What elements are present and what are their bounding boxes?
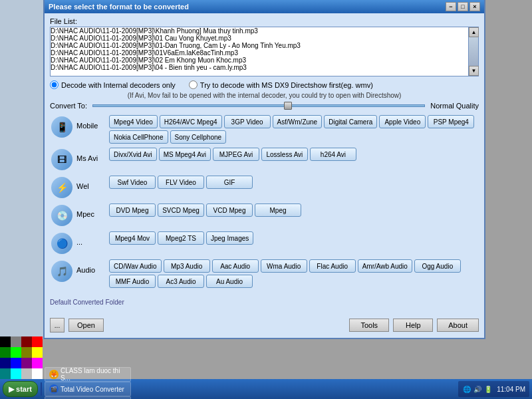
category-row-mpeg: 💿MpecDVD MpegSVCD MpegVCD MpegMpeg <box>50 203 479 227</box>
format-button-cd-wav-audio[interactable]: CD/Wav Audio <box>109 259 162 273</box>
color-row <box>0 336 43 347</box>
format-button-mpeg[interactable]: Mpeg <box>255 203 301 217</box>
scroll-up-arrow[interactable]: ▲ <box>469 27 479 37</box>
color-square[interactable] <box>32 358 43 368</box>
format-button-au-audio[interactable]: Au Audio <box>206 275 253 288</box>
format-button-mpeg4-mov[interactable]: Mpeg4 Mov <box>109 231 156 245</box>
format-button-asf-wm-zune[interactable]: Asf/Wm/Zune <box>273 115 323 128</box>
format-button-h264-avi[interactable]: h264 Avi <box>310 148 356 161</box>
file-list-item[interactable]: D:\NHAC AUDIO\11-01-2009[MP3]\02 Em Khon… <box>51 57 468 64</box>
color-square[interactable] <box>0 358 11 368</box>
format-button-sony-cellphone[interactable]: Sony Cellphone <box>170 130 227 144</box>
help-button[interactable]: Help <box>393 319 433 332</box>
format-button-jpeg-images[interactable]: Jpeg Images <box>206 231 253 245</box>
format-button-apple-video[interactable]: Apple Video <box>379 115 426 128</box>
format-button-mmf-audio[interactable]: MMF Audio <box>109 275 156 288</box>
file-list-scrollbar[interactable]: ▲ ▼ <box>468 27 478 76</box>
internal-decoder-label: Decode with Internal decoders only <box>61 81 176 89</box>
color-square[interactable] <box>11 368 21 379</box>
category-row-other: 🔵...Mpeg4 MovMpeg2 TSJpeg Images <box>50 231 479 255</box>
color-square[interactable] <box>32 347 43 358</box>
color-square[interactable] <box>32 368 43 379</box>
scroll-thumb[interactable] <box>469 37 478 66</box>
directshow-radio[interactable] <box>189 80 198 89</box>
color-square[interactable] <box>21 336 32 347</box>
title-bar: Please select the format to be converted… <box>45 0 484 13</box>
close-button[interactable]: × <box>469 2 480 11</box>
color-square[interactable] <box>21 358 32 368</box>
file-list-item[interactable]: D:\NHAC AUDIO\11-01-2009[MP3]\04 - Bien … <box>51 64 468 71</box>
quality-slider-thumb[interactable] <box>284 102 292 110</box>
about-button[interactable]: About <box>437 319 479 332</box>
hint-text: (If Avi, Mov fail to be opened with the … <box>50 92 479 99</box>
start-button[interactable]: ▶ start <box>3 381 38 397</box>
quality-slider-track[interactable] <box>92 104 425 107</box>
categories-container: 📱MobileMpeg4 VideoH264/AVC Mpeg43GP Vide… <box>50 115 479 288</box>
format-button-ms-mpeg4-avi[interactable]: MS Mpeg4 Avi <box>159 148 211 161</box>
format-button-mjpeg-avi[interactable]: MJPEG Avi <box>213 148 259 161</box>
color-square[interactable] <box>11 347 21 358</box>
category-name-ms-avi: Ms Avi <box>76 148 106 162</box>
maximize-button[interactable]: □ <box>458 2 468 11</box>
format-button-mpeg4-video[interactable]: Mpeg4 Video <box>109 115 158 128</box>
left-panel <box>0 0 43 339</box>
format-button-vcd-mpeg[interactable]: VCD Mpeg <box>206 203 253 217</box>
scroll-down-arrow[interactable]: ▼ <box>469 66 479 76</box>
color-square[interactable] <box>32 336 43 347</box>
color-square[interactable] <box>21 347 32 358</box>
format-button-amr-awb-audio[interactable]: Amr/Awb Audio <box>358 259 412 273</box>
internal-decoder-radio[interactable] <box>50 80 59 89</box>
format-button-ogg-audio[interactable]: Ogg Audio <box>414 259 461 273</box>
quality-row: Convert To: Normal Quality <box>50 102 479 110</box>
internal-decoder-option[interactable]: Decode with Internal decoders only <box>50 80 176 89</box>
format-button-svcd-mpeg[interactable]: SVCD Mpeg <box>158 203 204 217</box>
tools-button[interactable]: Tools <box>349 319 389 332</box>
color-square[interactable] <box>0 368 11 379</box>
buttons-grid-audio: CD/Wav AudioMp3 AudioAac AudioWma AudioF… <box>109 259 479 288</box>
color-square[interactable] <box>0 336 11 347</box>
default-folder-label: Default Converted Folder <box>50 299 479 306</box>
open-button[interactable]: Open <box>68 319 104 332</box>
format-button-ac3-audio[interactable]: Ac3 Audio <box>158 275 204 288</box>
taskbar-item-tvc[interactable]: 🎬Total Video Converter <box>45 382 131 396</box>
taskbar-item-paint[interactable]: Puntitled - Paint <box>45 396 131 399</box>
file-list-scroll[interactable]: D:\NHAC AUDIO\11-01-2009[MP3]\Khanh Phuo… <box>51 27 468 76</box>
format-button-wma-audio[interactable]: Wma Audio <box>261 259 307 273</box>
color-square[interactable] <box>11 358 21 368</box>
taskbar-item-icon-tvc: 🎬 <box>49 384 59 394</box>
browse-button[interactable]: ... <box>50 318 65 332</box>
footer-section: Default Converted Folder <box>50 299 479 308</box>
format-button-3gp-video[interactable]: 3GP Video <box>224 115 271 128</box>
decode-options-section: Decode with Internal decoders only Try t… <box>50 80 479 89</box>
file-list-item[interactable]: D:\NHAC AUDIO\11-01-2009[MP3]\01-Dan Tru… <box>51 42 468 49</box>
category-name-audio: Audio <box>76 259 106 274</box>
category-name-other: ... <box>76 231 106 246</box>
format-button-h264-avc-mpeg4[interactable]: H264/AVC Mpeg4 <box>160 115 222 128</box>
bottom-bar: ... Open Tools Help About <box>50 318 479 332</box>
color-row <box>0 358 43 368</box>
format-button-gif[interactable]: GIF <box>206 176 253 189</box>
format-button-flv-video[interactable]: FLV Video <box>158 176 204 189</box>
format-button-aac-audio[interactable]: Aac Audio <box>212 259 259 273</box>
format-button-digital-camera[interactable]: Digital Camera <box>324 115 377 128</box>
color-square[interactable] <box>21 368 32 379</box>
file-list-item[interactable]: D:\NHAC AUDIO\11-01-2009[MP3]\01 Cau Von… <box>51 35 468 42</box>
taskbar-item-class[interactable]: 🦊CLASS lam duoc thi S... <box>45 367 131 382</box>
format-button-divx-xvid-avi[interactable]: Divx/Xvid Avi <box>109 148 157 161</box>
format-button-lossless-avi[interactable]: Lossless Avi <box>261 148 308 161</box>
format-button-mpeg2-ts[interactable]: Mpeg2 TS <box>158 231 204 245</box>
format-button-flac-audio[interactable]: Flac Audio <box>309 259 356 273</box>
format-button-dvd-mpeg[interactable]: DVD Mpeg <box>109 203 156 217</box>
taskbar: ▶ start 🦊CLASS lam duoc thi S...🎬Total V… <box>0 379 532 399</box>
start-label: ▶ start <box>9 385 32 394</box>
color-square[interactable] <box>11 336 21 347</box>
format-button-mp3-audio[interactable]: Mp3 Audio <box>164 259 210 273</box>
file-list-item[interactable]: D:\NHAC AUDIO\11-01-2009[MP3]\01V6aEm.la… <box>51 49 468 57</box>
minimize-button[interactable]: − <box>446 2 456 11</box>
format-button-nokia-cellphone[interactable]: Nokia CellPhone <box>109 130 168 144</box>
format-button-swf-video[interactable]: Swf Video <box>109 176 156 189</box>
file-list-item[interactable]: D:\NHAC AUDIO\11-01-2009[MP3]\Khanh Phuo… <box>51 27 468 35</box>
format-button-psp-mpeg4[interactable]: PSP Mpeg4 <box>428 115 474 128</box>
color-square[interactable] <box>0 347 11 358</box>
directshow-option[interactable]: Try to decode with MS DX9 Directshow fir… <box>189 80 373 89</box>
